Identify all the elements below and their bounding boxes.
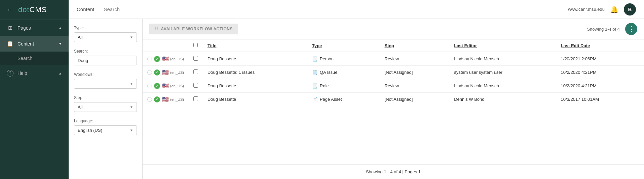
row-type: Person — [320, 56, 334, 61]
col-type[interactable]: Type — [307, 39, 380, 52]
step-select-value: All — [78, 105, 82, 110]
content-area: Type: All ▼ Search: Workflows: ▼ Step: — [69, 19, 644, 179]
row-status-cell: ✓ 🇺🇸 (en_US) — [143, 52, 189, 66]
row-status-cell: ✓ 🇺🇸 (en_US) — [143, 79, 189, 93]
type-icon: 🗒️ — [312, 70, 318, 75]
more-icon: ⋮ — [628, 25, 635, 33]
row-type-cell: 🗒️ Person — [307, 52, 380, 66]
workflows-select[interactable]: ▼ — [74, 79, 137, 89]
row-title: Doug Bessette: 1 issues — [207, 70, 255, 75]
row-checkbox[interactable] — [193, 56, 198, 61]
back-arrow-icon[interactable]: ← — [7, 6, 13, 13]
live-status-icon: ✓ — [154, 96, 160, 102]
row-title-cell: Doug Bessette — [203, 52, 307, 66]
type-filter-label: Type: — [74, 26, 137, 30]
row-type-cell: 🗒️ QA Issue — [307, 66, 380, 79]
step-filter-label: Step: — [74, 95, 137, 100]
row-step-cell: [Not Assigned] — [380, 93, 450, 106]
live-status-icon: ✓ — [154, 69, 160, 76]
row-checkbox[interactable] — [193, 96, 198, 101]
content-icon: 📋 — [7, 40, 13, 47]
radio-dot[interactable] — [147, 84, 152, 88]
row-step: [Not Assigned] — [385, 70, 413, 75]
table-footer-text: Showing 1 - 4 of 4 | Pages 1 — [366, 169, 421, 174]
select-all-checkbox[interactable] — [193, 43, 198, 47]
type-select-value: All — [78, 35, 82, 40]
language-select-arrow-icon: ▼ — [130, 128, 133, 132]
row-step-cell: Review — [380, 52, 450, 66]
workflow-actions-button[interactable]: ⠿ AVAILABLE WORKFLOW ACTIONS — [149, 24, 238, 34]
row-type: Role — [320, 83, 329, 88]
language-select[interactable]: English (US) ▼ — [74, 125, 137, 135]
table-row: ✓ 🇺🇸 (en_US) Doug Bessette 🗒️ Person — [143, 52, 644, 66]
radio-dot[interactable] — [147, 97, 152, 102]
row-editor: Lindsay Nicole Mensch — [454, 83, 499, 88]
row-checkbox[interactable] — [193, 83, 198, 88]
row-type-cell: 📄 Page Asset — [307, 93, 380, 106]
lang-tag: (en_US) — [170, 84, 184, 88]
language-select-value: English (US) — [78, 128, 102, 133]
row-type: Page Asset — [320, 97, 342, 102]
table-row: ✓ 🇺🇸 (en_US) Doug Bessette: 1 issues 🗒️ … — [143, 66, 644, 79]
col-step[interactable]: Step — [380, 39, 450, 52]
sidebar-item-content[interactable]: 📋 Content ▼ — [0, 36, 69, 52]
language-filter-group: Language: English (US) ▼ — [74, 119, 137, 135]
row-title: Doug Bessette — [207, 83, 236, 88]
sidebar-nav: ⊞ Pages ▲ 📋 Content ▼ Search ? Help ▲ — [0, 20, 69, 179]
row-date-cell: 1/20/2021 2:06PM — [556, 52, 644, 66]
workflows-select-value — [78, 81, 79, 86]
row-date: 10/2/2020 4:21PM — [561, 70, 597, 75]
sidebar-content-label: Content — [17, 41, 34, 47]
sidebar-item-search[interactable]: Search — [0, 52, 69, 65]
search-filter-group: Search: — [74, 49, 137, 65]
col-last-edit-date[interactable]: Last Edit Date — [556, 39, 644, 52]
step-select[interactable]: All ▼ — [74, 102, 137, 112]
row-checkbox-cell — [189, 79, 203, 93]
topbar-separator: | — [99, 6, 100, 12]
row-checkbox[interactable] — [193, 69, 198, 74]
row-date-cell: 10/2/2020 4:21PM — [556, 79, 644, 93]
workflows-filter-label: Workflows: — [74, 72, 137, 77]
row-step: Review — [385, 83, 399, 88]
search-filter-label: Search: — [74, 49, 137, 54]
row-step: Review — [385, 56, 399, 61]
table-panel: ⠿ AVAILABLE WORKFLOW ACTIONS Showing 1-4… — [143, 19, 644, 179]
sidebar-help-label: Help — [17, 70, 27, 76]
radio-dot[interactable] — [147, 70, 152, 75]
row-date-cell: 10/2/2020 4:21PM — [556, 66, 644, 79]
topbar-right: www.canr.msu.edu 🔔 B — [568, 3, 636, 16]
pages-arrow-icon: ▲ — [59, 26, 62, 30]
workflows-select-arrow-icon: ▼ — [130, 82, 133, 86]
flag-icon: 🇺🇸 — [162, 83, 169, 89]
sidebar-item-help[interactable]: ? Help ▲ — [0, 65, 69, 81]
flag-icon: 🇺🇸 — [162, 96, 169, 102]
sidebar-pages-label: Pages — [17, 25, 31, 31]
sidebar-logo: ← dotCMS — [0, 0, 69, 20]
topbar-title: Content — [77, 6, 94, 12]
more-options-button[interactable]: ⋮ — [625, 23, 637, 35]
radio-dot[interactable] — [147, 57, 152, 61]
help-arrow-icon: ▲ — [59, 71, 62, 75]
row-title-cell: Doug Bessette: 1 issues — [203, 66, 307, 79]
row-title: Doug Bessette — [207, 56, 236, 61]
live-status-icon: ✓ — [154, 83, 160, 89]
row-title-cell: Doug Bessette — [203, 93, 307, 106]
col-last-editor[interactable]: Last Editor — [449, 39, 556, 52]
type-select[interactable]: All ▼ — [74, 32, 137, 42]
sidebar-item-pages[interactable]: ⊞ Pages ▲ — [0, 20, 69, 36]
type-filter-group: Type: All ▼ — [74, 26, 137, 42]
avatar[interactable]: B — [624, 3, 636, 16]
topbar-subtitle: Search — [104, 6, 120, 12]
col-title[interactable]: Title — [203, 39, 307, 52]
search-input[interactable] — [74, 56, 137, 65]
lang-tag: (en_US) — [170, 97, 184, 101]
table-row: ✓ 🇺🇸 (en_US) Doug Bessette 📄 Page Asset — [143, 93, 644, 106]
topbar-url: www.canr.msu.edu — [568, 7, 605, 12]
row-type: QA Issue — [320, 70, 338, 75]
col-status — [143, 39, 189, 52]
row-date: 10/3/2017 10:01AM — [561, 97, 599, 102]
row-step-cell: Review — [380, 79, 450, 93]
bell-icon[interactable]: 🔔 — [610, 5, 618, 13]
row-date: 1/20/2021 2:06PM — [561, 56, 597, 61]
row-status-cell: ✓ 🇺🇸 (en_US) — [143, 66, 189, 79]
